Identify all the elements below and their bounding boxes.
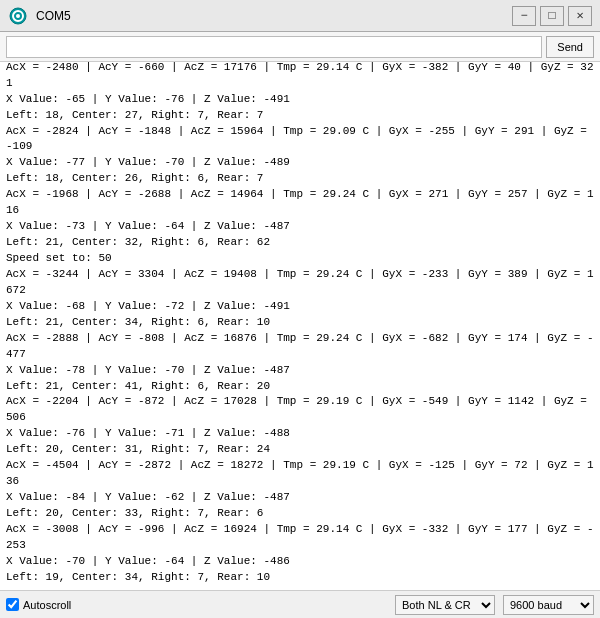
autoscroll-checkbox[interactable] — [6, 598, 19, 611]
console-line: X Value: -78 | Y Value: -70 | Z Value: -… — [6, 363, 594, 379]
console-line: Left: 18, Center: 27, Right: 7, Rear: 7 — [6, 108, 594, 124]
console-line: AcX = -4504 | AcY = -2872 | AcZ = 18272 … — [6, 458, 594, 490]
console-line: Left: 19, Center: 34, Right: 7, Rear: 10 — [6, 570, 594, 586]
maximize-button[interactable]: □ — [540, 6, 564, 26]
console-line: Left: 21, Center: 34, Right: 6, Rear: 10 — [6, 315, 594, 331]
console-line: X Value: -84 | Y Value: -62 | Z Value: -… — [6, 490, 594, 506]
console-line: AcX = -2824 | AcY = -1848 | AcZ = 15964 … — [6, 124, 594, 156]
console-line: Speed set to: 50 — [6, 251, 594, 267]
message-input[interactable] — [6, 36, 542, 58]
close-button[interactable]: ✕ — [568, 6, 592, 26]
console-line: AcX = -2204 | AcY = -872 | AcZ = 17028 |… — [6, 394, 594, 426]
console-line: Left: 21, Center: 41, Right: 6, Rear: 20 — [6, 379, 594, 395]
app-icon — [8, 6, 28, 26]
status-bar: Autoscroll No line endingNewlineCarriage… — [0, 590, 600, 618]
console-line: X Value: -73 | Y Value: -64 | Z Value: -… — [6, 219, 594, 235]
autoscroll-area: Autoscroll — [6, 598, 71, 611]
console-line: AcX = -3008 | AcY = -996 | AcZ = 16924 |… — [6, 522, 594, 554]
window-controls: − □ ✕ — [512, 6, 592, 26]
console-line: Left: 20, Center: 33, Right: 7, Rear: 6 — [6, 506, 594, 522]
line-ending-select[interactable]: No line endingNewlineCarriage returnBoth… — [395, 595, 495, 615]
toolbar: Send — [0, 32, 600, 62]
console-line: Left: 18, Center: 26, Right: 6, Rear: 7 — [6, 171, 594, 187]
console-line: X Value: -76 | Y Value: -71 | Z Value: -… — [6, 426, 594, 442]
window-title: COM5 — [36, 9, 504, 23]
console-line: AcX = -2480 | AcY = -660 | AcZ = 17176 |… — [6, 62, 594, 92]
console-line: Left: 20, Center: 31, Right: 7, Rear: 24 — [6, 442, 594, 458]
title-bar: COM5 − □ ✕ — [0, 0, 600, 32]
svg-point-2 — [16, 14, 20, 18]
baud-rate-select[interactable]: 300 baud1200 baud2400 baud4800 baud9600 … — [503, 595, 594, 615]
console-line: X Value: -77 | Y Value: -70 | Z Value: -… — [6, 155, 594, 171]
console-line: X Value: -65 | Y Value: -76 | Z Value: -… — [6, 92, 594, 108]
autoscroll-label[interactable]: Autoscroll — [23, 599, 71, 611]
console-line: X Value: -68 | Y Value: -72 | Z Value: -… — [6, 299, 594, 315]
minimize-button[interactable]: − — [512, 6, 536, 26]
send-button[interactable]: Send — [546, 36, 594, 58]
console-area: AcX = 104 | AcY = 2524 | AcZ = 16388 | T… — [0, 62, 600, 590]
console-line: X Value: -70 | Y Value: -64 | Z Value: -… — [6, 554, 594, 570]
console-line: AcX = -1968 | AcY = -2688 | AcZ = 14964 … — [6, 187, 594, 219]
console-line: AcX = -2888 | AcY = -808 | AcZ = 16876 |… — [6, 331, 594, 363]
console-output[interactable]: AcX = 104 | AcY = 2524 | AcZ = 16388 | T… — [0, 62, 600, 590]
console-line: Left: 21, Center: 32, Right: 6, Rear: 62 — [6, 235, 594, 251]
console-line: AcX = -3244 | AcY = 3304 | AcZ = 19408 |… — [6, 267, 594, 299]
